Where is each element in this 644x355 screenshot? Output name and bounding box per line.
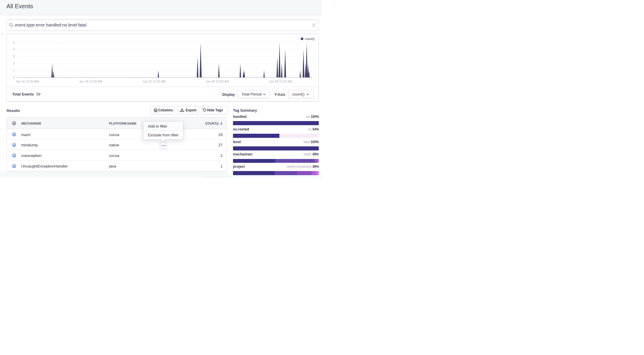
svg-text:1: 1: [13, 69, 15, 72]
svg-text:4: 4: [13, 48, 15, 51]
svg-text:count(): count(): [305, 37, 315, 41]
svg-text:Jun 22 12:00 AM: Jun 22 12:00 AM: [142, 80, 165, 83]
svg-text:2: 2: [13, 62, 15, 65]
svg-text:Jun 25 12:00 AM: Jun 25 12:00 AM: [206, 80, 229, 83]
svg-text:5: 5: [13, 41, 15, 44]
svg-text:Jun 19 12:00 AM: Jun 19 12:00 AM: [79, 80, 102, 83]
svg-text:0: 0: [13, 76, 15, 79]
svg-text:Jun 16 12:00 AM: Jun 16 12:00 AM: [16, 80, 39, 83]
svg-text:3: 3: [13, 55, 15, 58]
svg-text:Jun 28 12:00 AM: Jun 28 12:00 AM: [269, 80, 292, 83]
